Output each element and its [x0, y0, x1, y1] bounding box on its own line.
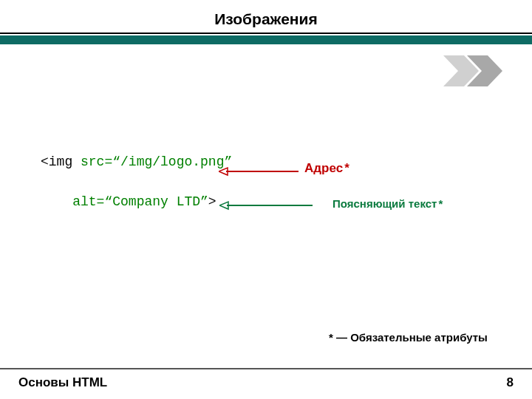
asterisk-alt: *: [438, 197, 443, 210]
slide-title: Изображения: [0, 0, 532, 28]
code-line-2: alt=“Company LTD”>: [41, 195, 232, 208]
chevron-decoration: [443, 55, 510, 86]
label-alt-text-text: Поясняющий текст: [332, 197, 437, 210]
code-example: <img src=“/img/logo.png” alt=“Company LT…: [41, 155, 232, 208]
code-src-attr: src=“/img/logo.png”: [81, 154, 232, 169]
code-tag-open: <img: [41, 154, 81, 169]
label-alt-text: Поясняющий текст*: [332, 197, 443, 210]
asterisk-address: *: [344, 161, 349, 175]
footer-page-number: 8: [507, 375, 514, 390]
footer-subject: Основы HTML: [18, 375, 107, 390]
code-line-1: <img src=“/img/logo.png”: [41, 155, 232, 168]
code-tag-close: >: [208, 194, 216, 209]
label-address-text: Адрес: [304, 161, 343, 175]
arrow-green-icon: [219, 200, 314, 211]
arrow-red-icon: [219, 166, 300, 177]
header-rule: [0, 33, 532, 44]
footnote-required: * — Обязательные атрибуты: [329, 331, 488, 344]
footer-rule: [0, 368, 532, 369]
label-address: Адрес*: [304, 161, 349, 176]
code-alt-attr: alt=“Company LTD”: [72, 194, 208, 209]
